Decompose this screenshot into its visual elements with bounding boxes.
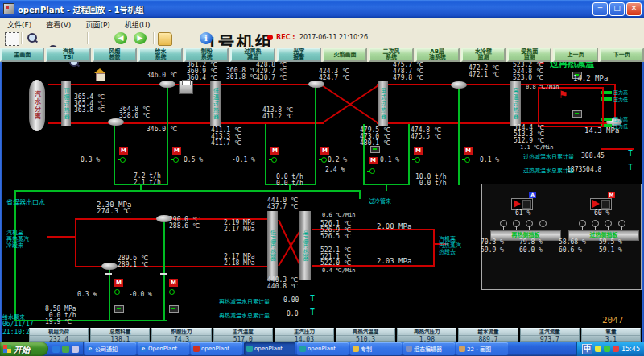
status-panel[interactable]: 给水流量889.7	[458, 328, 518, 342]
print-icon[interactable]	[179, 81, 193, 94]
taskbar-task[interactable]: eOpenPlant	[138, 342, 189, 355]
scheme-text: 0.3 %	[80, 157, 100, 164]
status-panel[interactable]: 主汽流量973.7	[520, 328, 580, 342]
task-label: openPlant	[201, 346, 229, 352]
control-valve[interactable]	[359, 164, 369, 176]
taskbar-task[interactable]: 22 - 画图	[456, 342, 508, 355]
taskbar-task[interactable]: openPlant	[191, 342, 242, 355]
control-valve[interactable]	[109, 153, 119, 164]
status-panel[interactable]: 总燃料量138.1	[90, 328, 150, 342]
manual-valve[interactable]	[455, 129, 463, 138]
tab-二次风系统[interactable]: 二次风 系统	[369, 48, 413, 62]
valve-actuator-icon	[321, 157, 327, 163]
status-panel[interactable]: 再热汽温度510.3	[336, 328, 395, 342]
pipe-green	[386, 185, 387, 191]
status-panel-value: 14.03	[275, 336, 333, 342]
control-valve[interactable]	[104, 285, 114, 296]
scheme-text: 472.2 ℃ 472.1 ℃	[469, 65, 499, 78]
ime-indicator[interactable]: 中	[582, 344, 592, 354]
windows-logo-icon	[3, 345, 11, 353]
menu-item[interactable]: 查看(V)	[39, 19, 78, 30]
isolation-valve[interactable]	[31, 186, 43, 196]
taskbar-task[interactable]: 专制	[350, 342, 402, 355]
manual-valve[interactable]	[110, 129, 118, 138]
status-panel[interactable]: 主汽压力14.03	[275, 328, 334, 342]
scheme-text: -0.1 %	[232, 157, 255, 164]
control-valve[interactable]	[311, 153, 320, 164]
tab-给水系统[interactable]: 给水 系统	[138, 48, 183, 62]
nav-tabs: 主画面汽机 TSI风烟 总貌给水 系统制粉 系统过再热 减温光字 报警火焰画面二…	[0, 47, 644, 62]
minimize-button[interactable]: ─	[592, 2, 608, 16]
tagged-valve[interactable]	[104, 303, 114, 314]
control-valve[interactable]	[454, 153, 464, 164]
manual-valve[interactable]	[262, 129, 270, 138]
status-panel[interactable]: 主汽温度517.0	[213, 328, 273, 342]
tab-光字报警[interactable]: 光字 报警	[277, 48, 321, 62]
zoom-full-icon[interactable]	[26, 32, 39, 44]
status-panel[interactable]: 再热汽压力1.98	[397, 328, 456, 342]
taskbar-task[interactable]: e公司通知	[85, 342, 136, 355]
menu-item[interactable]: 机组(U)	[118, 19, 158, 30]
control-valve[interactable]	[163, 153, 172, 164]
control-valve[interactable]	[159, 285, 168, 296]
motor-icon: M	[169, 279, 178, 287]
control-valve[interactable]	[261, 153, 270, 164]
motor-icon: M	[464, 147, 473, 155]
motor-icon: M	[172, 147, 181, 155]
tab-下一页[interactable]: 下一页	[600, 48, 644, 62]
status-panel[interactable]: 炉膛压力74.3	[151, 328, 211, 342]
maximize-button[interactable]: □	[609, 2, 625, 16]
scheme-text: 0.6 ℃/Min	[322, 212, 356, 218]
tab-制粉系统[interactable]: 制粉 系统	[184, 48, 229, 62]
tab-过再热减温[interactable]: 过再热 减温	[230, 48, 275, 62]
tab-AB层油系统[interactable]: AB层 油系统	[415, 48, 460, 62]
back-icon[interactable]: ◀	[114, 32, 127, 44]
tagged-valve[interactable]	[561, 69, 571, 81]
status-panel[interactable]: 氧量3.1	[581, 328, 641, 342]
close-button[interactable]: ✕	[626, 2, 642, 16]
scheme-text: 60 %	[594, 210, 609, 217]
pipe-connector	[159, 81, 175, 88]
tagged-valve[interactable]	[159, 303, 168, 314]
scheme-text: 60.0 %	[519, 247, 543, 254]
tab-汽机TSI[interactable]: 汽机 TSI	[46, 48, 90, 62]
forward-icon[interactable]: ▶	[134, 32, 147, 44]
start-button[interactable]: 开始	[0, 342, 48, 356]
home-icon[interactable]	[93, 68, 106, 81]
tab-受热面监测[interactable]: 受热面 监测	[507, 48, 551, 62]
scheme-text: 0.8 ℃/Min	[526, 84, 559, 90]
paint-icon	[459, 346, 465, 352]
manual-valve[interactable]	[312, 129, 320, 138]
menu-item[interactable]: 文件(F)	[0, 19, 39, 30]
scheme-text: 0.5 %	[184, 157, 203, 164]
valve-tag-icon	[370, 146, 380, 153]
tab-主画面[interactable]: 主画面	[0, 48, 44, 62]
rec-dot-icon	[267, 35, 273, 40]
tab-火焰画面[interactable]: 火焰画面	[323, 48, 367, 62]
media-icon[interactable]	[62, 346, 69, 353]
tab-水冷壁监测[interactable]: 水冷壁 监测	[461, 48, 506, 62]
tab-上一页[interactable]: 上一页	[553, 48, 597, 62]
scheme-text: 441.0 ℃ 437.7 ℃	[267, 197, 298, 210]
tray-icon[interactable]	[595, 346, 601, 352]
motor-icon: M	[320, 147, 329, 155]
taskbar-task[interactable]: 组态编辑器	[403, 342, 455, 355]
control-valve[interactable]	[404, 153, 414, 164]
scheme-text: 0.0	[287, 311, 298, 317]
tray-icon[interactable]	[604, 346, 610, 352]
task-label: OpenPlant	[148, 346, 177, 352]
scheme-text: 2.4 %	[325, 167, 345, 173]
open-folder-icon[interactable]	[158, 32, 172, 46]
taskbar-task[interactable]: openPlant	[297, 342, 349, 355]
scheme-text: 过再热减温	[550, 61, 594, 68]
info-icon[interactable]: i	[200, 32, 213, 44]
tray-icon[interactable]	[613, 346, 619, 352]
menu-item[interactable]: 页面(P)	[78, 19, 117, 30]
selection-icon[interactable]	[5, 32, 19, 46]
ie-icon[interactable]	[52, 346, 60, 353]
taskbar-task[interactable]: openPlant	[244, 342, 295, 355]
tab-风烟总貌[interactable]: 风烟 总貌	[93, 48, 137, 62]
desktop-icon[interactable]	[72, 346, 79, 353]
status-panel[interactable]: 机组负荷232.4	[29, 328, 89, 342]
status-panel-value: 232.4	[30, 336, 88, 342]
